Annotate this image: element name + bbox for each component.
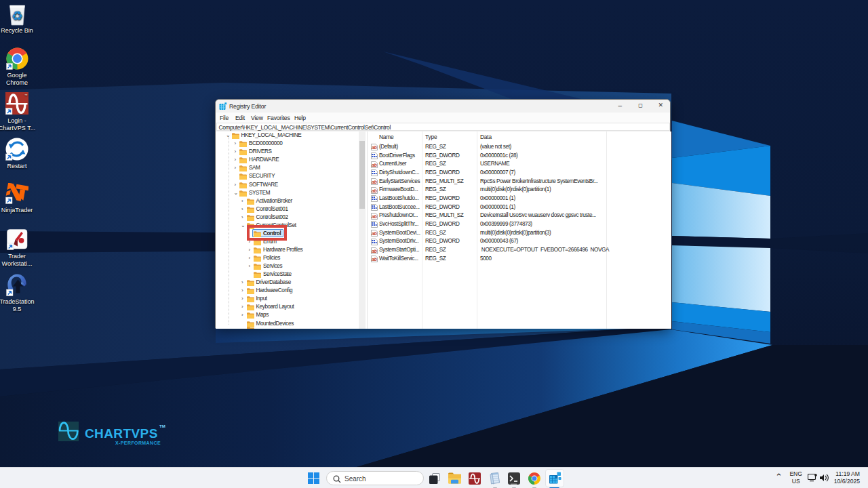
svg-text:ab: ab — [372, 231, 377, 236]
svg-text:♻: ♻ — [11, 9, 22, 23]
svg-text:™: ™ — [24, 94, 28, 97]
svg-text:ab: ab — [372, 162, 377, 167]
svg-text:CHARTVPS: CHARTVPS — [85, 426, 158, 441]
svg-text:X-PERFORMANCE: X-PERFORMANCE — [115, 441, 161, 445]
svg-text:ab: ab — [372, 214, 377, 218]
svg-text:ab: ab — [372, 180, 377, 184]
svg-text:ab: ab — [372, 248, 377, 253]
svg-text:ab: ab — [372, 188, 377, 192]
svg-text:TM: TM — [159, 424, 165, 428]
svg-text:ab: ab — [372, 257, 377, 262]
svg-text:ab: ab — [372, 145, 377, 150]
